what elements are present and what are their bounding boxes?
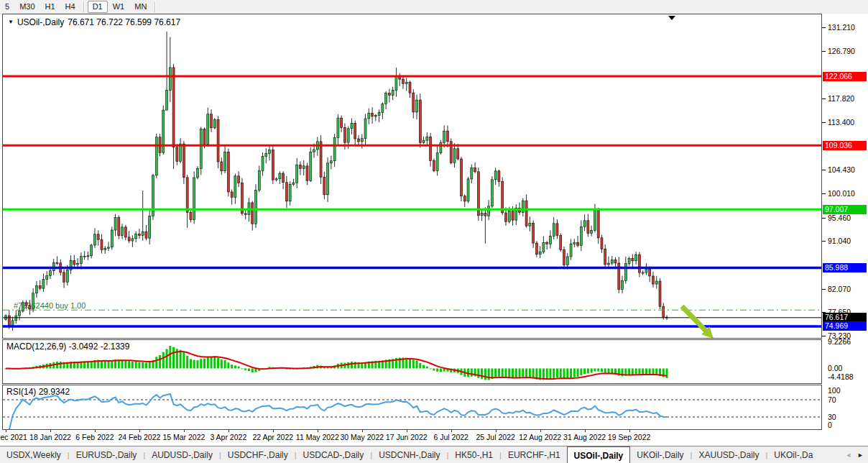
rsi-panel: RSI(14) 29.9342 (2, 385, 822, 430)
rsi-axis-label: 100 (828, 386, 841, 395)
tab-usoil-daily[interactable]: USOil-,Daily (567, 446, 631, 463)
rsi-axis-label: 0 (828, 421, 832, 429)
price-tick-mark (822, 289, 826, 290)
macd-panel: MACD(12,26,9) -3.0492 -2.1339 (2, 339, 822, 384)
tab-ukoil-daily[interactable]: UKOil-,Daily (630, 446, 690, 463)
price-tick-label: 117.820 (828, 94, 854, 103)
date-tick-mark (585, 430, 586, 432)
chart-tab-bar: USDX,Weekly|EURUSD-,Daily|AUDUSD-,Daily|… (0, 446, 868, 463)
date-label: 25 Jul 2022 (471, 433, 521, 441)
price-tick-mark (822, 122, 826, 123)
price-badge-122.066: 122.066 (823, 72, 867, 81)
price-tick-label: 91.040 (828, 237, 851, 245)
tab-audusd-daily[interactable]: AUDUSD-,Daily (145, 446, 219, 463)
date-tick-mark (228, 430, 229, 432)
date-tick-mark (184, 430, 185, 432)
timeframe-button-w1[interactable]: W1 (108, 1, 130, 13)
price-tick-label: 126.790 (828, 47, 855, 55)
price-tick-label: 113.400 (828, 118, 854, 127)
date-label: 18 Jan 2022 (25, 433, 75, 441)
date-tick-mark (540, 430, 541, 432)
date-tick-mark (629, 430, 630, 432)
chart-title: ▼ USOil-,Daily 76.671 76.722 76.599 76.6… (8, 17, 180, 27)
tab-usdcnh-daily[interactable]: USDCNH-,Daily (372, 446, 446, 463)
date-label: 22 Apr 2022 (248, 433, 298, 441)
timeframe-button-d1[interactable]: D1 (88, 1, 108, 13)
macd-axis-label: 9.2266 (828, 337, 851, 346)
date-label: 15 Mar 2022 (159, 433, 209, 441)
rsi-indicator-chart[interactable] (3, 385, 821, 429)
tab-scroll-right-icon[interactable]: ► (857, 451, 864, 459)
price-axis[interactable]: 131.210126.790117.820113.400104.430100.0… (822, 14, 868, 430)
date-label: 24 Feb 2022 (114, 433, 165, 441)
tab-ukoil-da[interactable]: UKOil-,Da (767, 446, 819, 463)
macd-axis-label: -4.4188 (828, 372, 854, 381)
timeframe-button-m30[interactable]: M30 (14, 1, 40, 13)
price-badge-97.007: 97.007 (823, 205, 867, 214)
price-tick-label: 104.430 (828, 165, 855, 174)
tab-eurusd-daily[interactable]: EURUSD-,Daily (70, 446, 144, 463)
toolbar-separator (154, 1, 156, 12)
date-label: 17 Jun 2022 (382, 433, 432, 441)
price-badge-76.617: 76.617 (823, 313, 867, 322)
tab-eurchf-h1[interactable]: EURCHF-,H1 (502, 446, 567, 463)
tab-usdx-weekly[interactable]: USDX,Weekly (0, 446, 68, 463)
date-tick-mark (496, 430, 497, 432)
date-label: 11 May 2022 (292, 433, 343, 441)
price-tick-label: 131.210 (828, 23, 855, 32)
price-badge-74.969: 74.969 (823, 321, 867, 331)
date-label: 19 Sep 2022 (604, 433, 655, 441)
date-tick-mark (318, 430, 318, 432)
date-label: 31 Aug 2022 (560, 433, 610, 441)
date-label: 3 Apr 2022 (203, 433, 254, 441)
price-tick-label: 82.070 (828, 285, 851, 293)
tab-xauusd-daily[interactable]: XAUUSD-,Daily (692, 446, 765, 463)
timeframe-button-mn[interactable]: MN (129, 1, 152, 13)
date-tick-mark (407, 430, 407, 432)
price-tick-mark (822, 218, 826, 219)
date-tick-mark (139, 430, 140, 432)
date-label: 6 Jul 2022 (426, 433, 476, 441)
price-badge-85.988: 85.988 (823, 263, 867, 272)
date-tick-mark (95, 430, 96, 432)
date-tick-mark (362, 430, 363, 432)
macd-axis-label: 0.00 (828, 364, 842, 372)
timeframe-toolbar: 5M30H1H4D1W1MN (0, 0, 868, 14)
price-tick-mark (822, 98, 826, 99)
chart-ohlc-values: 76.671 76.722 76.599 76.617 (68, 17, 180, 27)
date-tick-mark (50, 430, 51, 432)
rsi-line (9, 394, 667, 429)
tab-hk50-h1[interactable]: HK50-,H1 (448, 446, 499, 463)
toolbar-separator (83, 1, 85, 12)
macd-label: MACD(12,26,9) -3.0492 -2.1339 (6, 341, 129, 352)
chart-symbol-label: USOil-,Daily (17, 17, 64, 27)
chart-shift-marker-icon (668, 16, 675, 20)
date-label: 30 May 2022 (337, 433, 387, 441)
symbol-dropdown-icon[interactable]: ▼ (8, 19, 14, 25)
price-tick-mark (822, 193, 826, 194)
price-tick-mark (822, 170, 826, 170)
rsi-axis-label: 70 (828, 395, 836, 404)
date-tick-mark (273, 430, 274, 432)
timeframe-button-h1[interactable]: H1 (40, 1, 60, 13)
candlestick-chart[interactable] (3, 14, 821, 338)
price-tick-mark (822, 336, 826, 336)
date-label: 6 Feb 2022 (70, 433, 120, 441)
tab-scroll-left-icon[interactable]: ◄ (845, 451, 851, 459)
timeframe-button-5[interactable]: 5 (0, 1, 14, 13)
price-tick-mark (822, 51, 826, 52)
date-label: 12 Aug 2022 (515, 433, 565, 441)
price-tick-label: 100.010 (828, 189, 855, 198)
tab-scroll-buttons: ◄► (842, 446, 867, 463)
price-tick-mark (822, 27, 826, 28)
date-tick-mark (6, 430, 6, 432)
timeframe-button-h4[interactable]: H4 (60, 1, 80, 13)
date-axis[interactable]: 30 Dec 202118 Jan 20226 Feb 202224 Feb 2… (0, 430, 868, 445)
price-badge-109.036: 109.036 (823, 141, 867, 150)
price-tick-mark (822, 241, 826, 242)
tab-usdchf-daily[interactable]: USDCHF-,Daily (221, 446, 295, 463)
main-chart-panel: ▼ USOil-,Daily 76.671 76.722 76.599 76.6… (2, 14, 822, 339)
rsi-label: RSI(14) 29.9342 (6, 387, 70, 397)
tab-usdcad-daily[interactable]: USDCAD-,Daily (297, 446, 371, 463)
date-tick-mark (451, 430, 452, 432)
